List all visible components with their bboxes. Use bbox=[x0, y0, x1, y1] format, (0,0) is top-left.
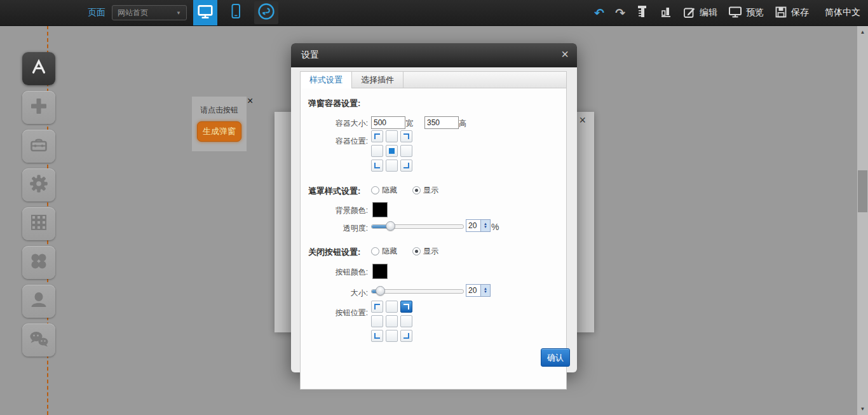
desktop-view-button[interactable] bbox=[193, 0, 217, 25]
save-floppy-icon bbox=[775, 6, 787, 20]
mask-hide-radio[interactable] bbox=[371, 186, 379, 194]
button-size-spinner[interactable]: 20 ▲ ▼ bbox=[466, 284, 491, 297]
container-pos-center[interactable] bbox=[386, 145, 398, 157]
spin-down-icon[interactable]: ▼ bbox=[484, 226, 487, 229]
button-pos-top[interactable] bbox=[386, 301, 398, 313]
link-button[interactable] bbox=[254, 1, 278, 24]
sidebar-item-toolbox[interactable] bbox=[22, 130, 55, 163]
mask-show-option[interactable]: 显示 bbox=[412, 185, 438, 196]
widget-close-icon[interactable]: × bbox=[247, 96, 253, 106]
sidebar bbox=[22, 52, 55, 357]
language-switch[interactable]: 简体中文 bbox=[825, 7, 860, 18]
redo-icon[interactable]: ↷ bbox=[615, 7, 625, 19]
gear-icon bbox=[28, 173, 50, 197]
slider-handle[interactable] bbox=[376, 286, 385, 296]
sidebar-item-add-module[interactable] bbox=[22, 91, 55, 124]
preview-close-icon[interactable]: × bbox=[579, 114, 586, 126]
container-pos-right[interactable] bbox=[400, 145, 412, 157]
save-button[interactable]: 保存 bbox=[775, 6, 809, 20]
opacity-value: 20 bbox=[466, 220, 480, 231]
container-pos-top-right[interactable] bbox=[400, 130, 412, 142]
corner-bottom-left-icon bbox=[374, 333, 380, 339]
container-pos-left[interactable] bbox=[371, 145, 383, 157]
editor-stage: 页面 网站首页 ▼ ↶ ↷ bbox=[0, 0, 868, 415]
size-spin-buttons[interactable]: ▲ ▼ bbox=[480, 285, 490, 296]
container-pos-top[interactable] bbox=[386, 130, 398, 142]
edit-button[interactable]: 编辑 bbox=[683, 6, 717, 20]
width-input[interactable] bbox=[371, 116, 405, 129]
vertical-scrollbar[interactable]: ▲ ▼ bbox=[857, 25, 868, 415]
corner-top-right-icon bbox=[403, 133, 409, 139]
close-hide-radio[interactable] bbox=[371, 247, 379, 255]
edit-icon bbox=[683, 6, 696, 20]
section-title-mask: 遮罩样式设置: bbox=[308, 186, 360, 197]
sidebar-item-settings[interactable] bbox=[22, 168, 55, 201]
user-icon bbox=[29, 290, 49, 313]
height-input[interactable] bbox=[424, 116, 459, 129]
spin-down-icon[interactable]: ▼ bbox=[484, 290, 487, 294]
undo-icon[interactable]: ↶ bbox=[594, 7, 604, 19]
mask-hide-label: 隐藏 bbox=[382, 185, 397, 196]
button-pos-left[interactable] bbox=[371, 315, 383, 327]
dialog-header[interactable]: 设置 × bbox=[291, 43, 577, 67]
close-hide-option[interactable]: 隐藏 bbox=[371, 246, 397, 257]
opacity-spin-buttons[interactable]: ▲ ▼ bbox=[480, 220, 490, 231]
close-hide-label: 隐藏 bbox=[382, 246, 397, 257]
bg-color-swatch[interactable] bbox=[372, 202, 388, 217]
opacity-unit-label: % bbox=[491, 222, 499, 232]
stats-icon[interactable] bbox=[660, 5, 672, 20]
corner-top-right-icon bbox=[403, 304, 409, 310]
mobile-view-button[interactable] bbox=[224, 0, 248, 25]
center-square-icon bbox=[389, 148, 395, 154]
ruler-icon[interactable] bbox=[636, 4, 649, 21]
scroll-down-icon[interactable]: ▼ bbox=[857, 404, 868, 414]
container-pos-bottom[interactable] bbox=[386, 160, 398, 172]
preview-button[interactable]: 预览 bbox=[728, 6, 764, 20]
mask-show-radio[interactable] bbox=[412, 186, 421, 194]
sidebar-item-design-apps[interactable] bbox=[22, 52, 55, 85]
sidebar-item-wechat[interactable] bbox=[22, 323, 55, 357]
button-pos-bottom[interactable] bbox=[386, 330, 398, 342]
generate-popup-button[interactable]: 生成弹窗 bbox=[197, 121, 241, 142]
button-color-swatch[interactable] bbox=[372, 264, 388, 279]
corner-bottom-left-icon bbox=[374, 163, 380, 168]
container-pos-bottom-right[interactable] bbox=[400, 160, 412, 172]
scroll-up-icon[interactable]: ▲ bbox=[857, 27, 868, 37]
sidebar-item-plugins[interactable] bbox=[22, 246, 55, 279]
container-pos-top-left[interactable] bbox=[371, 130, 383, 142]
confirm-button[interactable]: 确认 bbox=[541, 348, 570, 367]
popup-trigger-widget[interactable]: 请点击按钮 生成弹窗 bbox=[192, 97, 247, 151]
page-select[interactable]: 网站首页 ▼ bbox=[112, 5, 187, 20]
save-label: 保存 bbox=[791, 7, 809, 18]
container-pos-bottom-left[interactable] bbox=[371, 160, 383, 172]
close-show-label: 显示 bbox=[423, 246, 438, 257]
slider-handle[interactable] bbox=[386, 221, 395, 231]
button-pos-top-right[interactable] bbox=[400, 301, 412, 313]
mask-hide-option[interactable]: 隐藏 bbox=[371, 185, 397, 196]
mask-show-label: 显示 bbox=[423, 185, 438, 196]
opacity-slider[interactable] bbox=[371, 221, 464, 231]
button-size-value: 20 bbox=[466, 285, 480, 296]
button-pos-right[interactable] bbox=[400, 315, 412, 327]
page-label: 页面 bbox=[88, 7, 105, 18]
slider-track[interactable] bbox=[371, 289, 464, 294]
button-pos-center[interactable] bbox=[386, 315, 398, 327]
button-pos-bottom-right[interactable] bbox=[400, 330, 412, 342]
opacity-spinner[interactable]: 20 ▲ ▼ bbox=[466, 219, 491, 232]
button-pos-top-left[interactable] bbox=[371, 301, 383, 313]
button-pos-bottom-left[interactable] bbox=[371, 330, 383, 342]
dialog-close-icon[interactable]: × bbox=[561, 48, 569, 60]
close-show-option[interactable]: 显示 bbox=[412, 246, 438, 257]
sidebar-item-user[interactable] bbox=[22, 285, 55, 318]
bg-color-label: 背景颜色: bbox=[301, 205, 368, 216]
sidebar-item-modules-grid[interactable] bbox=[22, 207, 55, 240]
tab-choose-plugin[interactable]: 选择插件 bbox=[352, 72, 403, 88]
plus-icon bbox=[29, 96, 49, 119]
caret-down-icon: ▼ bbox=[176, 10, 181, 16]
edit-label: 编辑 bbox=[700, 7, 717, 18]
scrollbar-thumb[interactable] bbox=[858, 170, 867, 212]
button-size-slider[interactable] bbox=[371, 286, 464, 296]
container-position-label: 容器位置: bbox=[301, 136, 368, 147]
tab-style-settings[interactable]: 样式设置 bbox=[301, 72, 352, 88]
close-show-radio[interactable] bbox=[412, 247, 421, 255]
